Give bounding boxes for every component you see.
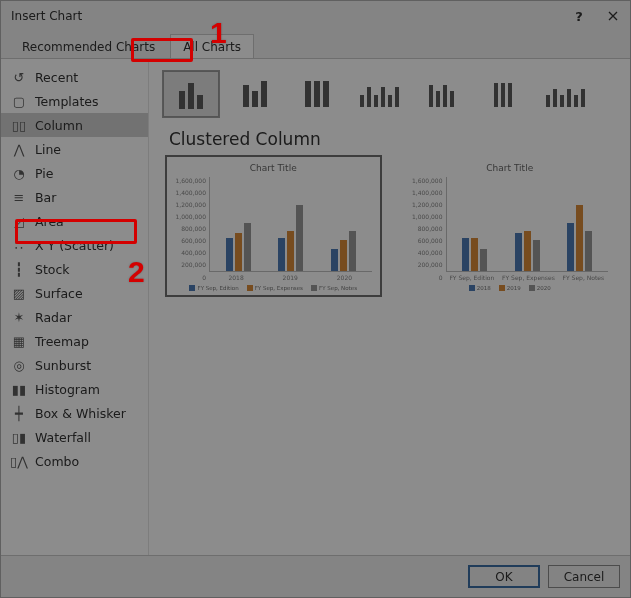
legend: 2018 2019 2020 [412, 281, 609, 291]
button-label: Cancel [564, 570, 605, 584]
sidebar-item-column[interactable]: ▯▯ Column [1, 113, 148, 137]
pie-icon: ◔ [11, 166, 27, 181]
sidebar-item-label: Area [35, 214, 64, 229]
dialog-footer: OK Cancel [1, 555, 630, 597]
bar-icon: ≡ [11, 190, 27, 205]
subtype-strip [163, 67, 616, 127]
boxwhisker-icon: ┿ [11, 406, 27, 421]
button-label: OK [495, 570, 512, 584]
sidebar-item-label: Sunburst [35, 358, 91, 373]
sidebar-item-combo[interactable]: ▯⋀ Combo [1, 449, 148, 473]
dialog-body: ↺ Recent ▢ Templates ▯▯ Column ⋀ Line ◔ … [1, 59, 630, 555]
ok-button[interactable]: OK [468, 565, 540, 588]
tab-row: Recommended Charts All Charts [1, 31, 630, 59]
sidebar-item-label: X Y (Scatter) [35, 238, 114, 253]
sidebar-item-pie[interactable]: ◔ Pie [1, 161, 148, 185]
insert-chart-dialog: Insert Chart ? Recommended Charts All Ch… [0, 0, 631, 598]
recent-icon: ↺ [11, 70, 27, 85]
sidebar-item-label: Box & Whisker [35, 406, 126, 421]
sidebar-item-bar[interactable]: ≡ Bar [1, 185, 148, 209]
histogram-icon: ▮▮ [11, 382, 27, 397]
radar-icon: ✶ [11, 310, 27, 325]
sidebar-item-stock[interactable]: ┇ Stock [1, 257, 148, 281]
sidebar-item-label: Histogram [35, 382, 100, 397]
tab-recommended-charts[interactable]: Recommended Charts [9, 34, 168, 58]
sidebar-item-scatter[interactable]: ∷ X Y (Scatter) [1, 233, 148, 257]
stock-icon: ┇ [11, 262, 27, 277]
surface-icon: ▨ [11, 286, 27, 301]
area-icon: ◿ [11, 214, 27, 229]
main-panel: Clustered Column Chart Title 1,600,000 1… [149, 59, 630, 555]
y-axis: 1,600,000 1,400,000 1,200,000 1,000,000 … [412, 177, 446, 281]
x-axis: 2018 2019 2020 [209, 272, 372, 281]
sidebar-item-label: Stock [35, 262, 70, 277]
chart-previews: Chart Title 1,600,000 1,400,000 1,200,00… [163, 157, 616, 295]
x-axis: FY Sep, Edition FY Sep, Expenses FY Sep,… [446, 272, 609, 281]
subtype-3d-stacked-column[interactable] [415, 74, 467, 114]
sidebar-item-label: Combo [35, 454, 79, 469]
sidebar-item-label: Recent [35, 70, 78, 85]
treemap-icon: ▦ [11, 334, 27, 349]
sidebar-item-histogram[interactable]: ▮▮ Histogram [1, 377, 148, 401]
sidebar-item-area[interactable]: ◿ Area [1, 209, 148, 233]
scatter-icon: ∷ [11, 238, 27, 253]
subtype-3d-clustered-column[interactable] [353, 74, 405, 114]
column-icon: ▯▯ [11, 118, 27, 133]
sidebar-item-radar[interactable]: ✶ Radar [1, 305, 148, 329]
bar-area [446, 177, 609, 272]
sidebar-item-box-whisker[interactable]: ┿ Box & Whisker [1, 401, 148, 425]
sidebar-item-label: Radar [35, 310, 72, 325]
annotation-2: 2 [128, 255, 145, 289]
sidebar-item-label: Waterfall [35, 430, 91, 445]
subtype-clustered-column[interactable] [163, 71, 219, 117]
sidebar-item-label: Pie [35, 166, 53, 181]
help-button[interactable]: ? [562, 1, 596, 31]
sidebar-item-line[interactable]: ⋀ Line [1, 137, 148, 161]
sidebar-item-sunburst[interactable]: ◎ Sunburst [1, 353, 148, 377]
preview-plot: 1,600,000 1,400,000 1,200,000 1,000,000 … [175, 177, 372, 281]
subtype-100-stacked-column[interactable] [291, 74, 343, 114]
tab-label: Recommended Charts [22, 40, 155, 54]
chart-preview-1[interactable]: Chart Title 1,600,000 1,400,000 1,200,00… [167, 157, 380, 295]
dialog-title: Insert Chart [11, 9, 82, 23]
titlebar: Insert Chart ? [1, 1, 630, 31]
close-icon [608, 11, 618, 21]
sidebar-item-templates[interactable]: ▢ Templates [1, 89, 148, 113]
sidebar-item-treemap[interactable]: ▦ Treemap [1, 329, 148, 353]
line-icon: ⋀ [11, 142, 27, 157]
sidebar-item-surface[interactable]: ▨ Surface [1, 281, 148, 305]
sunburst-icon: ◎ [11, 358, 27, 373]
sidebar-item-label: Treemap [35, 334, 89, 349]
bar-area [209, 177, 372, 272]
subtype-3d-column[interactable] [539, 74, 591, 114]
y-axis: 1,600,000 1,400,000 1,200,000 1,000,000 … [175, 177, 209, 281]
sidebar-item-label: Surface [35, 286, 83, 301]
preview-title: Chart Title [175, 163, 372, 173]
sidebar-item-label: Templates [35, 94, 99, 109]
close-button[interactable] [596, 1, 630, 31]
sidebar-item-label: Line [35, 142, 61, 157]
waterfall-icon: ▯▮ [11, 430, 27, 445]
chart-category-list: ↺ Recent ▢ Templates ▯▯ Column ⋀ Line ◔ … [1, 59, 149, 555]
sidebar-item-recent[interactable]: ↺ Recent [1, 65, 148, 89]
subtype-3d-100-stacked-column[interactable] [477, 74, 529, 114]
subtype-heading: Clustered Column [163, 127, 616, 157]
cancel-button[interactable]: Cancel [548, 565, 620, 588]
chart-preview-2[interactable]: Chart Title 1,600,000 1,400,000 1,200,00… [404, 157, 617, 295]
templates-icon: ▢ [11, 94, 27, 109]
sidebar-item-waterfall[interactable]: ▯▮ Waterfall [1, 425, 148, 449]
preview-plot: 1,600,000 1,400,000 1,200,000 1,000,000 … [412, 177, 609, 281]
legend: FY Sep, Edition FY Sep, Expenses FY Sep,… [175, 281, 372, 291]
annotation-1: 1 [210, 16, 227, 50]
subtype-stacked-column[interactable] [229, 74, 281, 114]
preview-title: Chart Title [412, 163, 609, 173]
sidebar-item-label: Bar [35, 190, 56, 205]
sidebar-item-label: Column [35, 118, 83, 133]
combo-icon: ▯⋀ [11, 454, 27, 469]
